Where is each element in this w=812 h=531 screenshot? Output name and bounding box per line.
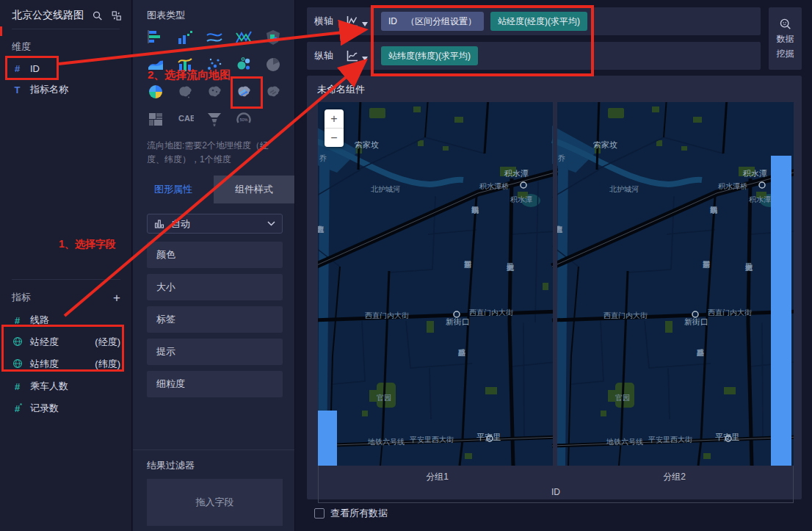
chart-component-panel: 未命名组件 xyxy=(307,76,802,499)
field-suffix: (纬度) xyxy=(95,358,120,371)
zoom-out-button[interactable]: − xyxy=(325,128,344,147)
map-zoom-control: + − xyxy=(325,109,344,147)
mini-bars-icon xyxy=(154,219,164,229)
tab-component-style[interactable]: 组件样式 xyxy=(214,176,294,203)
bubble-chart-icon[interactable] xyxy=(235,56,253,73)
record-count-icon: #* xyxy=(12,403,23,414)
field-label: ID xyxy=(30,63,40,74)
tooltip-property-card[interactable]: 提示 xyxy=(147,339,283,365)
add-metric-button[interactable]: + xyxy=(113,292,120,304)
pie-chart-icon[interactable] xyxy=(147,83,164,101)
funnel-chart-icon[interactable] xyxy=(206,110,223,128)
filter-dropzone[interactable]: 拖入字段 xyxy=(147,479,283,526)
gauge-chart-icon[interactable]: 50% xyxy=(235,110,253,128)
selection-bar-left[interactable] xyxy=(318,411,337,466)
group-label-1: 分组1 xyxy=(319,466,556,483)
metric-field-latitude[interactable]: 站纬度 (纬度) xyxy=(0,353,132,375)
number-field-icon: # xyxy=(12,63,23,74)
chart-type-grid: CAB 50% xyxy=(133,24,294,128)
group-label-2: 分组2 xyxy=(556,466,793,483)
text-field-icon: T xyxy=(12,84,23,95)
heat-map-icon[interactable] xyxy=(264,83,282,101)
chart-types-header: 图表类型 xyxy=(133,0,294,24)
field-label: 站纬度 xyxy=(30,358,59,371)
facet-axis-title: ID xyxy=(319,483,793,502)
region-map-icon[interactable] xyxy=(176,83,194,101)
search-icon[interactable] xyxy=(93,10,103,22)
scatter-chart-icon[interactable] xyxy=(206,56,223,73)
bar-chart-icon[interactable] xyxy=(147,29,164,46)
data-mining-icon xyxy=(779,18,792,31)
tab-graphic-properties[interactable]: 图形属性 xyxy=(133,176,214,203)
auto-style-dropdown[interactable]: 自动 xyxy=(147,214,283,234)
metric-field-longitude[interactable]: 站经度 (经度) xyxy=(0,331,132,353)
horizontal-axis-row: 横轴 ID （区间分组设置） 站经度(经度)(求平均) xyxy=(307,7,761,35)
globe-icon xyxy=(12,358,23,371)
vertical-axis-label: 纵轴 xyxy=(314,49,345,62)
checkbox-label: 查看所有数据 xyxy=(330,507,388,520)
result-filter-header: 结果过滤器 xyxy=(133,450,294,479)
field-pill-latitude[interactable]: 站纬度(纬度)(求平均) xyxy=(381,46,478,65)
curve-lines-icon[interactable] xyxy=(206,29,223,46)
field-label: 指标名称 xyxy=(30,83,68,96)
flow-map-icon[interactable] xyxy=(235,83,253,101)
caret-down-icon[interactable] xyxy=(362,57,368,61)
point-map-icon[interactable] xyxy=(206,83,223,101)
metrics-section: 指标 + # 线路 站经度 (经度) xyxy=(0,279,132,419)
data-mining-button[interactable]: 数据 挖掘 xyxy=(769,7,802,70)
metric-field-line[interactable]: # 线路 xyxy=(0,309,132,331)
field-label: 站经度 xyxy=(30,336,59,349)
stream-chart-icon[interactable] xyxy=(147,56,164,73)
svg-text:CAB: CAB xyxy=(178,114,194,123)
property-cards: 颜色 大小 标签 提示 细粒度 xyxy=(133,234,294,397)
field-label: 线路 xyxy=(30,314,49,327)
color-property-card[interactable]: 颜色 xyxy=(147,242,283,268)
switch-table-icon[interactable] xyxy=(112,10,122,22)
data-mining-label-2: 挖掘 xyxy=(777,48,794,60)
globe-icon xyxy=(12,336,23,349)
field-label: 记录数 xyxy=(30,402,59,415)
view-all-data-toggle[interactable]: 查看所有数据 xyxy=(314,507,388,520)
bar-dot-chart-icon[interactable] xyxy=(176,29,194,46)
horizontal-axis-type-icon xyxy=(345,14,360,29)
map-container: 索家坟乔北护城河积水潭积水潭桥积水潭西直门北大街东教场胡同东新开胡同新街口北大街… xyxy=(318,102,794,466)
dataset-title: 北京公交线路图 xyxy=(12,9,84,22)
checkbox-icon[interactable] xyxy=(314,508,325,519)
field-suffix: (经度) xyxy=(95,336,120,349)
chart-type-panel: 图表类型 xyxy=(133,0,295,531)
facet-axis-frame: 分组1 分组2 ID xyxy=(318,466,794,503)
treemap-icon[interactable] xyxy=(147,110,164,128)
result-filter-section: 结果过滤器 拖入字段 xyxy=(133,449,294,526)
component-title[interactable]: 未命名组件 xyxy=(307,76,802,102)
zoom-in-button[interactable]: + xyxy=(325,109,344,128)
wordcloud-icon[interactable]: CAB xyxy=(176,110,194,128)
label-property-card[interactable]: 标签 xyxy=(147,306,283,333)
field-pill-id[interactable]: ID （区间分组设置） xyxy=(381,12,484,31)
vertical-axis-type-icon xyxy=(345,48,360,63)
field-pill-longitude[interactable]: 站经度(经度)(求平均) xyxy=(490,12,587,31)
number-field-icon: # xyxy=(12,381,23,392)
size-property-card[interactable]: 大小 xyxy=(147,274,283,300)
granularity-property-card[interactable]: 细粒度 xyxy=(147,371,283,397)
pie-chart-gray-icon[interactable] xyxy=(264,56,282,73)
map-shield-icon[interactable] xyxy=(264,29,282,46)
field-label: 乘车人数 xyxy=(30,380,68,393)
data-mining-label-1: 数据 xyxy=(777,33,794,46)
metric-field-record-count[interactable]: #* 记录数 xyxy=(0,397,132,419)
vertical-axis-pills: 站纬度(纬度)(求平均) xyxy=(381,46,478,65)
metric-field-passengers[interactable]: # 乘车人数 xyxy=(0,375,132,397)
number-field-icon: # xyxy=(12,315,23,326)
horizontal-axis-pills: ID （区间分组设置） 站经度(经度)(求平均) xyxy=(381,12,587,31)
map-canvas[interactable]: 索家坟乔北护城河积水潭积水潭桥积水潭西直门北大街东教场胡同东新开胡同新街口北大街… xyxy=(318,102,794,466)
dimensions-header: 维度 xyxy=(0,29,131,59)
dimension-field-id[interactable]: # ID xyxy=(0,59,131,79)
combo-chart-icon[interactable] xyxy=(176,56,194,73)
metrics-header: 指标 xyxy=(12,291,113,304)
zigzag-lines-icon[interactable] xyxy=(235,29,253,46)
sidebar-header: 北京公交线路图 xyxy=(0,0,131,29)
dropdown-value: 自动 xyxy=(171,217,190,231)
svg-text:50%: 50% xyxy=(239,118,247,122)
caret-down-icon[interactable] xyxy=(362,22,368,26)
selection-bar-right[interactable] xyxy=(771,156,791,466)
dimension-field-metric-name[interactable]: T 指标名称 xyxy=(0,79,131,101)
